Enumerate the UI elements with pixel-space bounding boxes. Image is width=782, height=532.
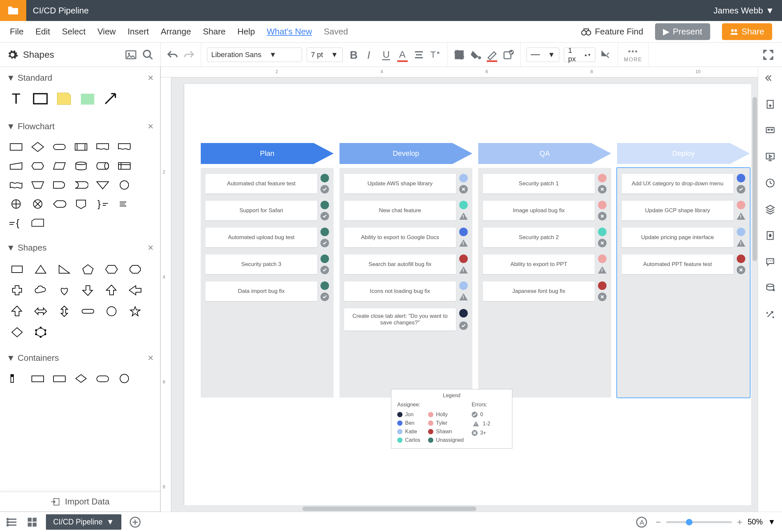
card[interactable]: Security patch 3: [205, 254, 329, 274]
redo-icon[interactable]: [183, 49, 195, 61]
menu-share[interactable]: Share: [203, 27, 225, 37]
flowchart-preparation-icon[interactable]: [30, 159, 46, 173]
text-shape-icon[interactable]: T: [8, 91, 26, 106]
shape-arrow-left-icon[interactable]: [126, 282, 144, 298]
card[interactable]: Japanese font bug fix: [483, 281, 606, 301]
panel-containers-header[interactable]: ▼ Containers ×: [0, 347, 160, 369]
font-select[interactable]: Liberation Sans▼: [207, 47, 302, 62]
border-color-icon[interactable]: [486, 49, 498, 61]
flowchart-multidoc-icon[interactable]: [116, 140, 133, 154]
shape-double-h-arrow-icon[interactable]: [32, 303, 50, 319]
card[interactable]: Image upload bug fix: [483, 201, 606, 220]
zoom-slider[interactable]: [666, 521, 732, 523]
zoom-value[interactable]: 50%: [748, 518, 762, 526]
menu-file[interactable]: File: [10, 27, 24, 37]
shape-heart-icon[interactable]: [55, 282, 73, 298]
card[interactable]: Automated upload bug test: [205, 227, 329, 247]
column-plan[interactable]: PlanAutomated chat feature testSupport f…: [201, 143, 333, 397]
flowchart-brace-right-icon[interactable]: }: [95, 197, 111, 211]
flowchart-merge-icon[interactable]: [95, 178, 111, 192]
fill-icon[interactable]: [470, 49, 482, 61]
flowchart-display-icon[interactable]: [51, 197, 68, 211]
underline-icon[interactable]: U: [380, 49, 392, 61]
italic-icon[interactable]: I: [364, 49, 376, 61]
shape-triangle-icon[interactable]: [32, 261, 50, 278]
shape-circle-icon[interactable]: [102, 303, 121, 319]
container-rounded-icon[interactable]: [51, 371, 68, 386]
layers-icon[interactable]: [764, 203, 776, 215]
user-menu[interactable]: James Webb ▼: [713, 6, 774, 16]
card[interactable]: Add UX category to drop-down menu: [621, 174, 745, 193]
fullscreen-icon[interactable]: [762, 49, 774, 61]
card[interactable]: Update GCP shape library: [621, 201, 745, 220]
shape-arrow-down-icon[interactable]: [79, 282, 97, 298]
add-page-icon[interactable]: [129, 516, 141, 528]
close-icon[interactable]: ×: [148, 242, 153, 253]
settings-icon[interactable]: A: [636, 516, 647, 528]
flowchart-process-icon[interactable]: [8, 140, 24, 154]
chat-icon[interactable]: [764, 256, 776, 268]
share-button[interactable]: Share: [722, 23, 772, 40]
column-body[interactable]: Update AWS shape libraryNew chat feature…: [340, 168, 472, 397]
card[interactable]: Search bar autofill bug fix: [344, 254, 468, 274]
text-size-icon[interactable]: T: [429, 49, 441, 61]
data-linking-icon[interactable]: [764, 282, 776, 294]
feature-find-button[interactable]: Feature Find: [581, 27, 643, 37]
card[interactable]: Create close tab alert: "Do you want to …: [344, 308, 468, 331]
panel-flowchart-header[interactable]: ▼ Flowchart ×: [0, 115, 160, 137]
bold-icon[interactable]: B: [347, 49, 359, 61]
outline-icon[interactable]: [6, 516, 19, 528]
flowchart-manual-input-icon[interactable]: [8, 159, 24, 173]
align-icon[interactable]: [413, 49, 425, 61]
card[interactable]: Update pricing page interface: [621, 227, 745, 247]
arrow-shape-icon[interactable]: [102, 91, 120, 106]
column-header[interactable]: QA: [478, 143, 611, 164]
folder-icon[interactable]: [0, 0, 26, 21]
shape-polygon-icon[interactable]: [32, 324, 50, 341]
menu-select[interactable]: Select: [62, 27, 85, 37]
close-icon[interactable]: ×: [148, 121, 153, 132]
flowchart-decision-icon[interactable]: [30, 140, 46, 154]
column-header[interactable]: Deploy: [617, 143, 750, 164]
page-tab[interactable]: CI/CD Pipeline ▼: [46, 514, 121, 530]
page[interactable]: PlanAutomated chat feature testSupport f…: [184, 84, 758, 512]
column-header[interactable]: Plan: [201, 143, 333, 164]
flowchart-paper-tape-icon[interactable]: [8, 178, 24, 192]
shape-pill-icon[interactable]: [79, 303, 97, 319]
column-develop[interactable]: DevelopUpdate AWS shape libraryNew chat …: [340, 143, 472, 397]
container-swimlane-icon[interactable]: [8, 371, 24, 386]
theme-icon[interactable]: [764, 229, 776, 241]
sticky-shape-icon[interactable]: [79, 91, 97, 106]
shape-pentagon-icon[interactable]: [79, 261, 97, 278]
flowchart-data-icon[interactable]: [51, 159, 68, 173]
column-header[interactable]: Develop: [340, 143, 472, 164]
gear-icon[interactable]: [6, 49, 19, 61]
image-icon[interactable]: [125, 49, 137, 61]
shape-rect-icon[interactable]: [8, 261, 26, 278]
container-pill-icon[interactable]: [95, 371, 111, 386]
import-data-button[interactable]: Import Data: [0, 492, 160, 511]
font-color-icon[interactable]: A: [397, 49, 408, 61]
close-icon[interactable]: ×: [148, 72, 153, 83]
shape-star-icon[interactable]: [126, 303, 144, 319]
menu-edit[interactable]: Edit: [35, 27, 50, 37]
flowchart-manual-op-icon[interactable]: [30, 178, 46, 192]
container-circle-icon[interactable]: [116, 371, 133, 386]
card[interactable]: Automated chat feature test: [205, 174, 329, 193]
flowchart-connector-icon[interactable]: [116, 178, 133, 192]
scrollbar-horizontal[interactable]: [171, 505, 758, 512]
flowchart-sum-icon[interactable]: [30, 197, 46, 211]
shape-hexagon-icon[interactable]: [102, 261, 121, 278]
line-routing-icon[interactable]: [600, 49, 612, 61]
card[interactable]: New chat feature: [344, 201, 468, 220]
zoom-in-icon[interactable]: +: [737, 517, 742, 527]
container-rect-icon[interactable]: [30, 371, 46, 386]
shape-arrow-up-icon[interactable]: [102, 282, 121, 298]
menu-whats-new[interactable]: What's New: [267, 27, 312, 37]
flowchart-document-icon[interactable]: [95, 140, 111, 154]
line-style-select[interactable]: ▼: [527, 47, 559, 62]
document-title[interactable]: CI/CD Pipeline: [33, 6, 713, 16]
document-data-icon[interactable]: [764, 98, 776, 110]
crop-icon[interactable]: [453, 49, 465, 61]
shape-arrow-up2-icon[interactable]: [8, 303, 26, 319]
